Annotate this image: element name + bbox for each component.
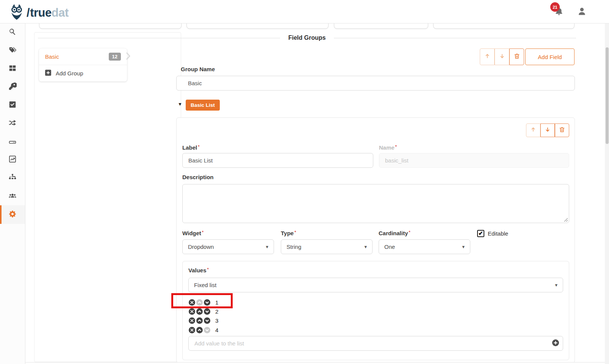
sidebar-item-tags[interactable] (0, 42, 25, 60)
cardinality-label: Cardinality* (379, 230, 410, 236)
required-asterisk: * (409, 230, 410, 234)
checkmark-icon: ✔ (478, 230, 483, 236)
editable-checkbox[interactable]: ✔ (477, 230, 484, 237)
grid-icon (8, 64, 17, 74)
search-icon (8, 28, 17, 37)
add-value-plus-icon[interactable] (552, 339, 559, 346)
value-label: 3 (215, 317, 218, 324)
sidebar-item-sources[interactable] (0, 133, 25, 151)
trash-icon (514, 53, 520, 61)
required-asterisk: * (395, 144, 397, 149)
sidebar-item-search[interactable] (0, 23, 25, 42)
section-divider: Field Groups (38, 33, 576, 42)
app-header: /truedat 21 (0, 0, 609, 23)
users-icon (8, 191, 17, 201)
sidebar-item-users[interactable] (0, 187, 25, 205)
add-group-button[interactable]: Add Group (39, 65, 127, 81)
required-asterisk: * (294, 230, 296, 234)
chart-line-icon (8, 155, 17, 165)
add-value-input[interactable] (188, 336, 563, 351)
sidebar-item-permissions[interactable] (0, 78, 25, 96)
group-name-label: Group Name (181, 66, 215, 72)
sidebar-item-catalog[interactable] (0, 60, 25, 78)
page-title: Field Groups (280, 34, 334, 41)
type-select[interactable]: String ▾ (281, 239, 373, 254)
move-value-up-icon[interactable] (196, 317, 203, 324)
value-label: 2 (215, 308, 218, 315)
tags-icon (8, 46, 17, 56)
description-label: Description (182, 174, 214, 180)
required-asterisk: * (202, 230, 204, 234)
group-name-input[interactable] (176, 76, 575, 91)
divider-line-left (38, 38, 280, 38)
arrow-up-icon (484, 53, 491, 61)
move-value-down-icon[interactable] (204, 308, 210, 315)
move-value-down-icon[interactable] (204, 327, 210, 333)
remove-value-icon[interactable] (189, 317, 195, 324)
chevron-right-icon (125, 51, 131, 62)
field-label-label: Label* (182, 144, 199, 151)
move-field-down-button[interactable] (540, 123, 555, 137)
arrow-up-icon (530, 126, 537, 134)
add-field-button[interactable]: Add Field (525, 48, 575, 65)
field-label-input[interactable] (182, 153, 373, 168)
widget-select[interactable]: Dropdown ▾ (182, 239, 274, 254)
remove-value-icon[interactable] (189, 299, 195, 306)
arrow-down-icon (499, 53, 506, 61)
sidebar-item-quality[interactable] (0, 96, 25, 114)
move-value-up-icon[interactable] (196, 327, 203, 333)
value-label: 1 (215, 299, 218, 306)
sitemap-icon (8, 173, 17, 183)
move-group-down-button[interactable] (495, 48, 509, 65)
remove-value-icon[interactable] (189, 327, 195, 333)
sidebar-item-structure[interactable] (0, 169, 25, 187)
sidebar-item-settings[interactable] (0, 205, 25, 224)
add-field-label: Add Field (538, 54, 562, 60)
group-list-card: Basic 12 Add Group (39, 48, 127, 81)
check-square-icon (8, 100, 17, 110)
chevron-down-icon: ▾ (364, 244, 367, 250)
move-value-down-icon[interactable] (204, 299, 210, 306)
gear-icon (8, 210, 17, 220)
widget-label: Widget* (182, 230, 204, 236)
group-item-basic[interactable]: Basic 12 (39, 48, 127, 65)
arrow-down-icon (544, 126, 551, 134)
field-name-input (379, 153, 569, 168)
required-asterisk: * (198, 144, 199, 149)
scrollbar-thumb[interactable] (606, 47, 609, 144)
truedat-logo[interactable]: /truedat (8, 3, 69, 23)
content-bottom-edge (25, 362, 605, 364)
app-root: /truedat 21 (0, 0, 609, 364)
chevron-down-icon: ▾ (462, 244, 465, 250)
description-textarea[interactable] (182, 184, 569, 223)
move-value-down-icon[interactable] (204, 317, 210, 324)
move-value-up-icon[interactable] (196, 299, 203, 306)
move-value-up-icon[interactable] (196, 308, 203, 315)
delete-field-button[interactable] (555, 123, 569, 137)
trash-icon (559, 126, 565, 134)
groups-panel (34, 32, 181, 362)
sidebar-item-lineage[interactable] (0, 114, 25, 133)
group-item-label: Basic (45, 53, 109, 60)
value-label: 4 (215, 327, 218, 333)
sidebar-item-dashboards[interactable] (0, 151, 25, 169)
chevron-down-icon: ▾ (555, 282, 557, 288)
remove-value-icon[interactable] (189, 308, 195, 315)
storage-drive-icon (8, 137, 17, 147)
delete-group-button[interactable] (509, 48, 524, 65)
group-field-count-badge: 12 (109, 53, 121, 61)
field-name-label: Name* (379, 144, 397, 151)
user-profile-icon[interactable] (577, 6, 587, 18)
values-source-select[interactable]: Fixed list ▾ (188, 278, 563, 292)
scrollbar-track[interactable] (605, 23, 609, 364)
move-group-up-button[interactable] (480, 48, 495, 65)
values-list: 1 2 3 4 (189, 298, 218, 335)
value-row: 2 (189, 307, 218, 316)
move-field-up-button[interactable] (526, 123, 540, 137)
required-asterisk: * (207, 267, 209, 272)
field-collapsible-badge[interactable]: Basic List (186, 100, 220, 111)
divider-line-right (334, 38, 576, 38)
cardinality-select[interactable]: One ▾ (379, 239, 470, 254)
collapse-caret-icon[interactable]: ▼ (178, 102, 182, 107)
type-label: Type* (281, 230, 296, 236)
